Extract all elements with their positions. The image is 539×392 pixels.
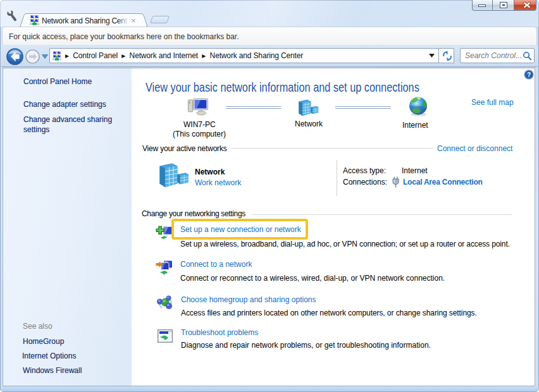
svg-text:?: ? [527,71,531,78]
